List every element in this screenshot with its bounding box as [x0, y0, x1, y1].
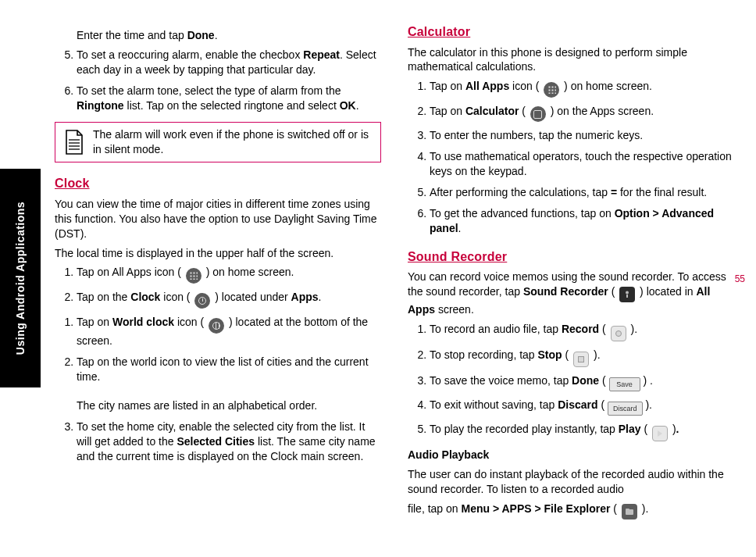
alarm-steps: To set a reoccuring alarm, enable the ch…	[55, 48, 381, 113]
world-clock-icon	[209, 318, 224, 334]
discard-button-icon: Discard	[608, 402, 643, 416]
sound-recorder-intro: You can record voice memos using the sou…	[408, 270, 734, 317]
calculator-title: Calculator	[408, 23, 734, 41]
note-icon	[63, 129, 85, 155]
svg-rect-7	[626, 509, 629, 510]
clock-p2: The local time is displayed in the upper…	[55, 246, 381, 261]
svg-point-4	[626, 291, 629, 295]
all-apps-icon	[544, 82, 559, 98]
calc-step-2: Tap on Calculator ( ) on the Apps screen…	[430, 104, 734, 123]
note-box: The alarm will work even if the phone is…	[55, 122, 381, 162]
clock-p1: You can view the time of major cities in…	[55, 197, 381, 241]
clock-icon	[194, 293, 210, 309]
alarm-step-5: To set a reoccuring alarm, enable the ch…	[77, 48, 381, 77]
clock-step-b3: To set the home city, enable the selecte…	[77, 420, 381, 464]
all-apps-icon	[186, 268, 201, 284]
side-tab-label: Using Android Applications	[14, 202, 27, 355]
stop-icon	[573, 352, 589, 367]
calc-step-4: To use mathematical operators, touch the…	[430, 149, 734, 179]
sr-step-5: To play the recorded play instantly, tap…	[430, 422, 734, 441]
audio-playback-p1: The user can do instant playback of the …	[408, 467, 734, 497]
page-content: Enter the time and tap Done. To set a re…	[55, 23, 734, 524]
calc-step-1: Tap on All Apps icon ( ) on home screen.	[430, 79, 734, 98]
right-column: Calculator The calculator in this phone …	[408, 23, 734, 524]
alarm-step-6: To set the alarm tone, select the type o…	[77, 84, 381, 113]
sr-step-2: To stop recording, tap Stop ( ).	[430, 348, 734, 367]
step-intro: Enter the time and tap Done.	[77, 28, 381, 43]
clock-step-a1: Tap on All Apps icon ( ) on home screen.	[77, 265, 381, 284]
sr-step-1: To record an audio file, tap Record ( ).	[430, 322, 734, 341]
clock-step-b2: Tap on the world icon to view the list o…	[77, 355, 381, 414]
calc-step-3: To enter the numbers, tap the numeric ke…	[430, 128, 734, 143]
svg-rect-5	[626, 295, 628, 298]
clock-step-a2: Tap on the Clock icon ( ) located under …	[77, 290, 381, 309]
note-text: The alarm will work even if the phone is…	[93, 127, 373, 157]
file-explorer-icon	[622, 504, 637, 520]
save-button-icon: Save	[609, 377, 640, 391]
calculator-intro: The calculator in this phone is designed…	[408, 45, 734, 75]
audio-playback-title: Audio Playback	[408, 448, 734, 462]
sr-step-3: To save the voice memo, tap Done ( Save …	[430, 373, 734, 391]
record-icon	[611, 326, 626, 341]
page-number: 55	[735, 273, 745, 284]
side-tab: Using Android Applications	[0, 169, 41, 387]
sr-step-4: To exit without saving, tap Discard ( Di…	[430, 398, 734, 416]
calc-step-6: To get the advanced functions, tap on Op…	[430, 206, 734, 236]
audio-playback-p2: file, tap on Menu > APPS > File Explorer…	[408, 502, 734, 520]
clock-step-b1: Tap on World clock icon ( ) located at t…	[77, 315, 381, 348]
left-column: Enter the time and tap Done. To set a re…	[55, 23, 381, 524]
play-icon	[652, 426, 668, 441]
calculator-icon	[530, 106, 546, 122]
sound-recorder-title: Sound Recorder	[408, 248, 734, 266]
sound-recorder-steps: To record an audio file, tap Record ( ).…	[408, 322, 734, 441]
calc-step-5: After performing the calculations, tap =…	[430, 185, 734, 200]
calculator-steps: Tap on All Apps icon ( ) on home screen.…	[408, 79, 734, 235]
sound-recorder-icon	[619, 287, 635, 302]
svg-rect-6	[626, 509, 633, 515]
clock-title: Clock	[55, 175, 381, 192]
clock-steps-b: Tap on World clock icon ( ) located at t…	[55, 315, 381, 464]
clock-steps-a: Tap on All Apps icon ( ) on home screen.…	[55, 265, 381, 309]
